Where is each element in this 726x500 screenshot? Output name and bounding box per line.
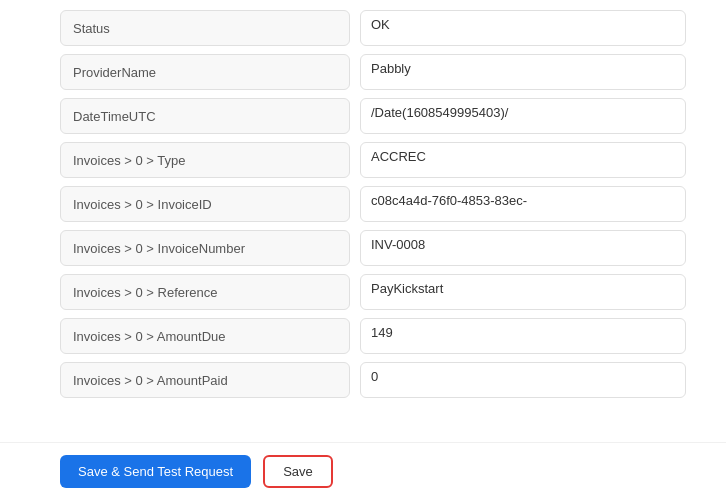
field-value-invoices-amount-paid[interactable] — [360, 362, 686, 398]
field-label-invoices-type: Invoices > 0 > Type — [60, 142, 350, 178]
field-value-invoices-invoice-number[interactable] — [360, 230, 686, 266]
field-label-invoices-amount-paid: Invoices > 0 > AmountPaid — [60, 362, 350, 398]
form-row: Invoices > 0 > AmountDue — [60, 318, 686, 354]
field-label-status: Status — [60, 10, 350, 46]
field-value-invoices-invoice-id[interactable] — [360, 186, 686, 222]
form-row: DateTimeUTC — [60, 98, 686, 134]
field-label-invoices-amount-due: Invoices > 0 > AmountDue — [60, 318, 350, 354]
save-button[interactable]: Save — [263, 455, 333, 488]
field-value-invoices-amount-due[interactable] — [360, 318, 686, 354]
field-label-invoices-reference: Invoices > 0 > Reference — [60, 274, 350, 310]
field-value-invoices-reference[interactable] — [360, 274, 686, 310]
form-scroll-area[interactable]: StatusProviderNameDateTimeUTCInvoices > … — [0, 0, 726, 442]
form-row: Invoices > 0 > InvoiceID — [60, 186, 686, 222]
field-value-date-time-utc[interactable] — [360, 98, 686, 134]
form-row: Status — [60, 10, 686, 46]
field-value-provider-name[interactable] — [360, 54, 686, 90]
field-label-invoices-invoice-number: Invoices > 0 > InvoiceNumber — [60, 230, 350, 266]
footer-bar: Save & Send Test Request Save — [0, 442, 726, 500]
field-label-date-time-utc: DateTimeUTC — [60, 98, 350, 134]
save-send-button[interactable]: Save & Send Test Request — [60, 455, 251, 488]
form-row: Invoices > 0 > InvoiceNumber — [60, 230, 686, 266]
form-row: Invoices > 0 > AmountPaid — [60, 362, 686, 398]
form-row: Invoices > 0 > Type — [60, 142, 686, 178]
form-row: Invoices > 0 > Reference — [60, 274, 686, 310]
field-label-provider-name: ProviderName — [60, 54, 350, 90]
field-label-invoices-invoice-id: Invoices > 0 > InvoiceID — [60, 186, 350, 222]
main-container: StatusProviderNameDateTimeUTCInvoices > … — [0, 0, 726, 500]
field-value-status[interactable] — [360, 10, 686, 46]
field-value-invoices-type[interactable] — [360, 142, 686, 178]
form-row: ProviderName — [60, 54, 686, 90]
